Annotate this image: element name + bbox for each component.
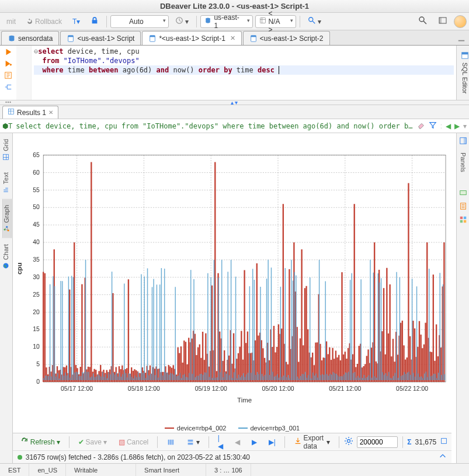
text-tab[interactable]: Text <box>1 166 11 199</box>
svg-text:60: 60 <box>33 169 40 176</box>
svg-rect-20 <box>462 53 468 55</box>
right-panel-tabs: Panels <box>456 133 469 463</box>
run-icon[interactable] <box>4 48 12 56</box>
next-page-button[interactable]: ▶ <box>248 436 261 449</box>
graph-tab[interactable]: Graph <box>1 199 12 238</box>
graph-icon <box>3 225 10 232</box>
close-icon[interactable]: ✕ <box>48 109 53 116</box>
text-icon <box>2 186 9 193</box>
panel-icon <box>438 16 447 27</box>
tab-label: <us-east-1> Script-2 <box>260 34 324 43</box>
run-plus-icon[interactable] <box>4 60 12 68</box>
grouping-panel-icon[interactable] <box>459 216 467 225</box>
max-rows-input[interactable] <box>357 436 398 448</box>
close-icon[interactable]: ✕ <box>228 34 235 42</box>
panels-icon[interactable] <box>459 137 467 147</box>
chart-area: 0510152025303540455055606505/17 12:0005/… <box>13 133 456 463</box>
svg-rect-597 <box>463 216 465 218</box>
tab-label: sensordata <box>18 34 53 43</box>
svg-point-26 <box>4 263 9 268</box>
sql-editor: ⊖select device, time, cpu from "IoTHome"… <box>0 46 469 100</box>
history-icon <box>175 16 183 26</box>
tab-script-1[interactable]: *<us-east-1> Script-1 ✕ <box>142 31 241 45</box>
minimize-icon[interactable] <box>454 35 469 45</box>
rollback-icon <box>26 18 33 25</box>
tab-sensordata[interactable]: sensordata <box>1 31 59 45</box>
svg-point-4 <box>419 17 424 22</box>
panel-button[interactable] <box>434 15 451 28</box>
refresh-icon <box>20 437 29 447</box>
svg-rect-599 <box>463 220 465 223</box>
svg-point-17 <box>8 102 9 103</box>
tx-mode-combo[interactable]: Auto <box>110 15 169 28</box>
global-search-button[interactable] <box>414 15 432 28</box>
legend-label: device=rbp3_001 <box>251 425 300 432</box>
status-encoding: EST <box>0 464 29 476</box>
panels-icon[interactable]: ▾ <box>182 436 204 449</box>
schema-combo[interactable]: < N/A > <box>255 15 296 28</box>
svg-rect-21 <box>9 109 14 114</box>
lock-button[interactable] <box>86 15 103 28</box>
gear-icon[interactable] <box>344 436 353 447</box>
code-content[interactable]: ⊖select device, time, cpu from "IoTHome"… <box>32 46 456 100</box>
splitter[interactable]: ▴▾ <box>0 100 469 105</box>
calc-panel-icon[interactable] <box>459 202 467 212</box>
svg-text:05/17 12:00: 05/17 12:00 <box>61 385 93 392</box>
run-script-icon[interactable] <box>4 71 12 79</box>
panels-label[interactable]: Panels <box>460 150 467 175</box>
cancel-button[interactable]: ▧ Cancel <box>114 436 152 449</box>
user-avatar[interactable] <box>454 15 467 28</box>
svg-rect-11 <box>150 35 155 37</box>
sql-editor-side-tab[interactable]: SQL Editor <box>456 46 469 100</box>
schema-icon <box>259 17 266 26</box>
first-page-button[interactable]: |◀ <box>214 436 227 449</box>
filter-icon[interactable] <box>429 121 437 131</box>
lock-icon <box>91 16 99 26</box>
cancel-icon: ▧ <box>119 438 125 446</box>
sql-file-icon <box>249 34 258 43</box>
svg-text:5: 5 <box>36 361 40 367</box>
status-insert: Smart Insert <box>136 464 206 476</box>
search-dropdown-button[interactable]: ▾ <box>304 15 325 28</box>
export-button[interactable]: Export data ▾ <box>290 436 334 449</box>
maximize-icon[interactable] <box>440 437 448 447</box>
search-icon <box>418 16 428 27</box>
rollback-button[interactable]: Rollback <box>22 15 66 28</box>
svg-rect-6 <box>439 18 442 23</box>
tab-script-2[interactable]: <us-east-1> Script-2 <box>243 31 330 45</box>
value-panel-icon[interactable] <box>459 189 467 199</box>
grid-tab[interactable]: Grid <box>1 133 11 166</box>
refresh-button[interactable]: Refresh ▾ <box>16 436 64 449</box>
svg-text:0: 0 <box>36 378 40 385</box>
prev-icon[interactable]: ◀ <box>446 122 451 130</box>
title-bar: DBeaver Lite 23.0.0 - <us-east-1> Script… <box>0 0 469 13</box>
more-icon[interactable] <box>4 98 12 106</box>
tx-toggle-button[interactable]: T▾ <box>68 15 84 28</box>
explain-icon[interactable] <box>4 83 12 91</box>
tab-script[interactable]: <us-east-1> Script <box>60 31 141 45</box>
results-tab[interactable]: Results 1 ✕ <box>2 106 58 119</box>
commit-button[interactable]: mit <box>2 15 20 28</box>
svg-text:05/18 12:00: 05/18 12:00 <box>128 385 160 392</box>
svg-point-18 <box>9 102 11 103</box>
next-icon[interactable]: ▶ <box>454 122 460 130</box>
chart-canvas: 0510152025303540455055606505/17 12:0005/… <box>13 135 451 421</box>
eraser-icon[interactable] <box>417 121 425 131</box>
prev-page-button[interactable]: ◀ <box>231 436 244 449</box>
svg-text:15: 15 <box>33 326 40 332</box>
svg-text:30: 30 <box>33 274 40 280</box>
last-page-button[interactable]: ▶| <box>265 436 280 449</box>
status-writable: Writable <box>66 464 136 476</box>
columns-icon[interactable] <box>162 436 179 449</box>
svg-rect-596 <box>460 216 462 218</box>
chevron-icon[interactable] <box>439 452 447 462</box>
save-button[interactable]: ✔ Save ▾ <box>74 436 111 449</box>
chart-tab[interactable]: Chart <box>1 238 11 275</box>
svg-rect-2 <box>260 18 266 23</box>
history-button[interactable]: ▾ <box>171 15 193 28</box>
svg-text:Time: Time <box>237 397 252 404</box>
svg-text:55: 55 <box>33 187 40 193</box>
svg-point-3 <box>309 18 313 22</box>
connection-combo[interactable]: us-east-1 <box>200 15 253 28</box>
sql-editor-icon <box>461 51 469 61</box>
